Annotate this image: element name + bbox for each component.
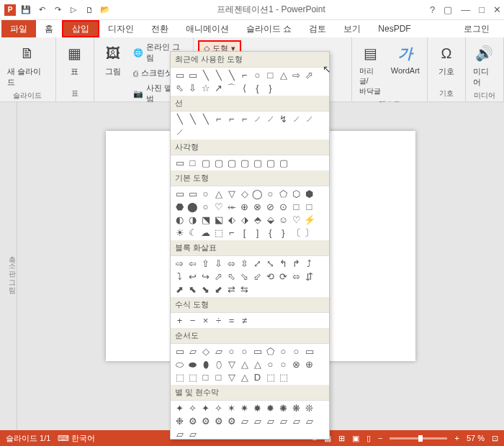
shape-item[interactable]: ⬮ <box>199 358 212 370</box>
undo-button[interactable]: ↶ <box>35 3 49 17</box>
shape-item[interactable]: ◇ <box>238 188 251 200</box>
shape-item[interactable]: ⇦ <box>186 258 199 270</box>
shape-item[interactable]: × <box>199 314 212 327</box>
shape-item[interactable]: ⚙ <box>225 415 238 427</box>
shape-item[interactable]: [ <box>238 227 251 239</box>
shape-item[interactable]: ⬔ <box>199 214 212 226</box>
shape-item[interactable]: ▱ <box>303 415 315 427</box>
shape-item[interactable]: + <box>174 314 186 327</box>
shape-item[interactable]: ⬋ <box>212 283 225 296</box>
shape-item[interactable]: ▢ <box>277 157 289 169</box>
shape-item[interactable]: ▢ <box>225 157 238 169</box>
tab-transitions[interactable]: 전환 <box>143 20 177 37</box>
shape-item[interactable]: ⬘ <box>251 214 264 226</box>
shape-item[interactable]: ↩ <box>186 270 199 283</box>
shape-item[interactable]: ⊙ <box>277 201 289 213</box>
shape-item[interactable]: ⬚ <box>174 371 186 383</box>
shape-item[interactable]: △ <box>238 358 251 370</box>
shape-item[interactable]: ⬚ <box>277 371 289 383</box>
shape-item[interactable]: ⬂ <box>238 270 251 283</box>
media-button[interactable]: 🔊 미디어 <box>470 40 499 89</box>
shape-item[interactable]: ▢ <box>212 157 225 169</box>
shape-item[interactable]: ☺ <box>277 214 289 226</box>
shape-item[interactable]: D <box>251 371 264 383</box>
shape-item[interactable]: ⌐ <box>238 113 251 125</box>
shape-item[interactable]: □ <box>303 201 315 213</box>
shape-item[interactable]: □ <box>199 371 212 383</box>
shape-item[interactable]: ⬠ <box>277 188 289 200</box>
shape-item[interactable]: ↗ <box>212 82 225 94</box>
shape-item[interactable]: ○ <box>264 358 276 370</box>
zoom-thumb[interactable] <box>418 435 423 442</box>
tab-insert[interactable]: 삽입 <box>62 20 99 37</box>
shape-item[interactable]: ⊗ <box>251 201 264 213</box>
shape-item[interactable]: ⟳ <box>277 270 289 283</box>
shape-item[interactable]: ╲ <box>174 113 186 125</box>
shape-item[interactable]: ◯ <box>251 188 264 200</box>
shape-item[interactable]: ○ <box>290 345 302 358</box>
shape-item[interactable]: ▢ <box>251 157 264 169</box>
shape-item[interactable]: △ <box>212 188 225 200</box>
shape-item[interactable]: ⚙ <box>199 415 212 427</box>
shape-item[interactable]: ▱ <box>212 345 225 358</box>
shape-item[interactable]: ☆ <box>199 82 212 94</box>
shape-item[interactable]: ▭ <box>186 69 199 81</box>
shape-item[interactable]: ▢ <box>264 157 276 169</box>
shape-item[interactable]: ○ <box>277 345 289 358</box>
shape-item[interactable]: △ <box>238 371 251 383</box>
shape-item[interactable]: ⚙ <box>186 415 199 427</box>
shape-item[interactable]: ⬬ <box>186 358 199 370</box>
shape-item[interactable]: ⟋ <box>303 113 315 125</box>
redo-button[interactable]: ↷ <box>50 3 65 17</box>
shape-item[interactable]: ⬚ <box>212 227 225 239</box>
shape-item[interactable]: ▢ <box>199 157 212 169</box>
shape-item[interactable]: ♡ <box>290 214 302 226</box>
shape-item[interactable]: ⬯ <box>212 358 225 370</box>
save-button[interactable]: 💾 <box>19 3 33 17</box>
shape-item[interactable]: ✧ <box>186 402 199 414</box>
shape-item[interactable]: ✶ <box>225 402 238 414</box>
symbol-button[interactable]: Ω 기호 <box>432 40 461 78</box>
shape-item[interactable]: ○ <box>199 201 212 213</box>
shape-item[interactable]: ⟋ <box>251 113 264 125</box>
shape-item[interactable]: ╲ <box>186 113 199 125</box>
shape-item[interactable]: ⬚ <box>186 371 199 383</box>
shape-item[interactable]: △ <box>277 69 289 81</box>
shape-item[interactable]: ⟲ <box>264 270 276 283</box>
shape-item[interactable]: ⬚ <box>264 371 276 383</box>
shape-item[interactable]: ⇄ <box>225 283 238 296</box>
shape-item[interactable]: ◐ <box>174 214 186 226</box>
shape-item[interactable]: ▭ <box>186 188 199 200</box>
wordart-button[interactable]: 가 WordArt <box>388 40 423 76</box>
shape-item[interactable]: ▱ <box>264 415 276 427</box>
shape-item[interactable]: ▱ <box>277 415 289 427</box>
shape-item[interactable]: ÷ <box>212 314 225 327</box>
shape-item[interactable]: □ <box>186 157 199 169</box>
shape-item[interactable]: ✺ <box>277 402 289 414</box>
shape-item[interactable]: ⚡ <box>303 214 315 226</box>
tab-design[interactable]: 디자인 <box>99 20 143 37</box>
tab-review[interactable]: 검토 <box>300 20 335 37</box>
picture-button[interactable]: 🖼 그림 <box>99 40 127 78</box>
shape-item[interactable]: ▭ <box>251 345 264 358</box>
shape-item[interactable]: ⇳ <box>238 258 251 270</box>
shape-item[interactable]: ▽ <box>225 188 238 200</box>
shape-item[interactable]: ▱ <box>290 415 302 427</box>
shape-item[interactable]: ⌐ <box>238 69 251 81</box>
shape-item[interactable]: ⤴ <box>303 258 315 270</box>
shape-item[interactable]: ❊ <box>303 402 315 414</box>
shape-item[interactable]: ⬄ <box>290 270 302 283</box>
shape-item[interactable]: ╲ <box>212 69 225 81</box>
shape-item[interactable]: = <box>225 314 238 327</box>
shape-item[interactable]: ✦ <box>199 402 212 414</box>
shape-item[interactable]: { <box>264 227 276 239</box>
zoom-slider[interactable] <box>390 437 447 440</box>
shape-item[interactable]: ○ <box>264 188 276 200</box>
shape-item[interactable]: ⬤ <box>186 201 199 213</box>
header-footer-button[interactable]: ▤ 머리글/ 바닥글 <box>356 40 385 98</box>
shape-item[interactable]: ✸ <box>251 402 264 414</box>
shape-item[interactable]: ] <box>251 227 264 239</box>
tab-view[interactable]: 보기 <box>335 20 369 37</box>
ribbon-collapse-button[interactable]: ▢ <box>444 4 452 15</box>
shape-item[interactable]: ○ <box>199 188 212 200</box>
